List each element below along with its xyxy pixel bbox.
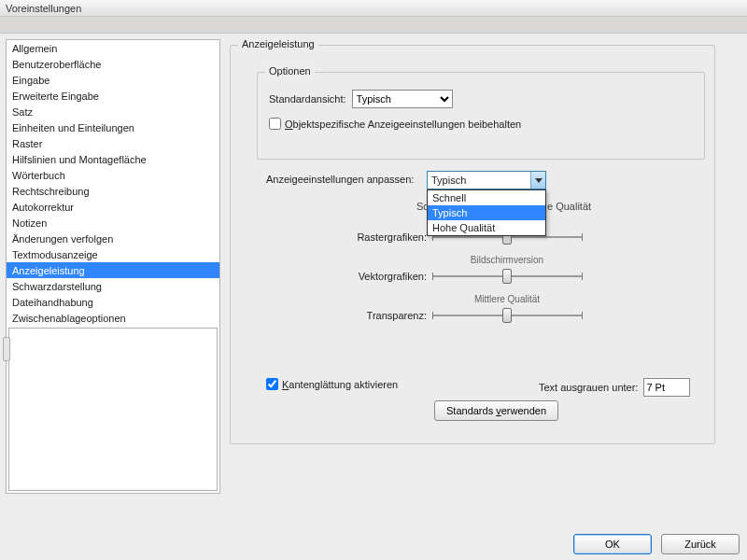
toolbar-blur	[0, 17, 747, 34]
ok-button[interactable]: OK	[573, 534, 652, 554]
raster-slider-label: Rastergrafiken:	[337, 231, 432, 243]
options-group-label: Optionen	[265, 65, 315, 77]
sidebar-item-autokorrektur[interactable]: Autokorrektur	[7, 199, 219, 215]
adjust-option-hohe-qualit-t[interactable]: Hohe Qualität	[428, 220, 545, 235]
sidebar-item-notizen[interactable]: Notizen	[7, 215, 219, 231]
window-title: Voreinstellungen	[6, 3, 81, 14]
sidebar-item-hilfslinien-und-montagefl-che[interactable]: Hilfslinien und Montagefläche	[7, 151, 219, 167]
panel-group: Anzeigeleistung Optionen Standardansicht…	[230, 45, 715, 444]
sidebar-item-allgemein[interactable]: Allgemein	[7, 40, 219, 56]
sidebar-item-textmodusanzeige[interactable]: Textmodusanzeige	[7, 246, 219, 262]
sidebar-item-eingabe[interactable]: Eingabe	[7, 72, 219, 88]
antialias-label: Kantenglättung aktivieren	[282, 379, 398, 390]
antialias-checkbox[interactable]	[266, 378, 278, 390]
default-view-select[interactable]: Typisch	[352, 90, 453, 108]
greek-below-label: Text ausgrauen unter:	[539, 382, 638, 393]
sidebar-item-zwischenablageoptionen[interactable]: Zwischenablageoptionen	[7, 310, 219, 326]
adjust-settings-dropdown-list[interactable]: SchnellTypischHohe Qualität	[427, 189, 546, 236]
preserve-object-settings-checkbox[interactable]	[269, 118, 281, 130]
adjust-settings-select[interactable]: Typisch	[427, 171, 546, 189]
adjust-settings-label: Anzeigeeinstellungen anpassen:	[266, 174, 414, 185]
window-titlebar: Voreinstellungen	[0, 0, 747, 17]
sidebar-item-w-rterbuch[interactable]: Wörterbuch	[7, 167, 219, 183]
chevron-down-icon	[530, 172, 545, 189]
sidebar-item-einheiten-und-einteilungen[interactable]: Einheiten und Einteilungen	[7, 119, 219, 135]
adjust-option-typisch[interactable]: Typisch	[428, 205, 545, 220]
transparency-slider-label: Transparenz:	[337, 310, 432, 321]
category-list[interactable]: AllgemeinBenutzeroberflächeEingabeErweit…	[7, 40, 219, 326]
back-button[interactable]: Zurück	[661, 534, 740, 554]
adjust-option-schnell[interactable]: Schnell	[428, 190, 545, 205]
sidebar-item--nderungen-verfolgen[interactable]: Änderungen verfolgen	[7, 231, 219, 246]
vector-slider-caption: Bildschirmversion	[432, 255, 582, 265]
sidebar-item-benutzeroberfl-che[interactable]: Benutzeroberfläche	[7, 56, 219, 72]
sidebar-item-erweiterte-eingabe[interactable]: Erweiterte Eingabe	[7, 88, 219, 104]
greek-below-input[interactable]	[643, 378, 690, 397]
sidebar-item-raster[interactable]: Raster	[7, 135, 219, 151]
panel-title: Anzeigeleistung	[238, 38, 318, 49]
sidebar-item-anzeigeleistung[interactable]: Anzeigeleistung	[7, 262, 219, 278]
transparency-slider-thumb[interactable]	[502, 308, 512, 323]
sidebar-preview-box	[8, 328, 218, 491]
adjust-settings-value: Typisch	[431, 175, 466, 186]
transparency-slider[interactable]: Mittlere Qualität	[432, 307, 582, 324]
options-group: Optionen Standardansicht: Typisch Objekt…	[257, 72, 705, 160]
sidebar-drag-handle[interactable]	[3, 337, 10, 361]
vector-slider[interactable]: Bildschirmversion	[432, 268, 582, 285]
vector-slider-thumb[interactable]	[502, 269, 512, 284]
use-defaults-button[interactable]: Standards verwenden	[434, 400, 558, 421]
sidebar-item-rechtschreibung[interactable]: Rechtschreibung	[7, 183, 219, 199]
transparency-slider-caption: Mittlere Qualität	[432, 294, 582, 304]
category-sidebar: AllgemeinBenutzeroberflächeEingabeErweit…	[6, 39, 220, 494]
sidebar-item-schwarzdarstellung[interactable]: Schwarzdarstellung	[7, 278, 219, 294]
slider-scale-right: e Qualität	[547, 201, 591, 212]
dialog-footer: OK Zurück	[0, 528, 747, 560]
default-view-label: Standardansicht:	[269, 93, 346, 105]
sidebar-item-dateihandhabung[interactable]: Dateihandhabung	[7, 294, 219, 310]
preserve-object-settings-label: Objektspezifische Anzeigeeinstellungen b…	[285, 119, 521, 130]
vector-slider-label: Vektorgrafiken:	[337, 271, 432, 282]
sidebar-item-satz[interactable]: Satz	[7, 104, 219, 119]
